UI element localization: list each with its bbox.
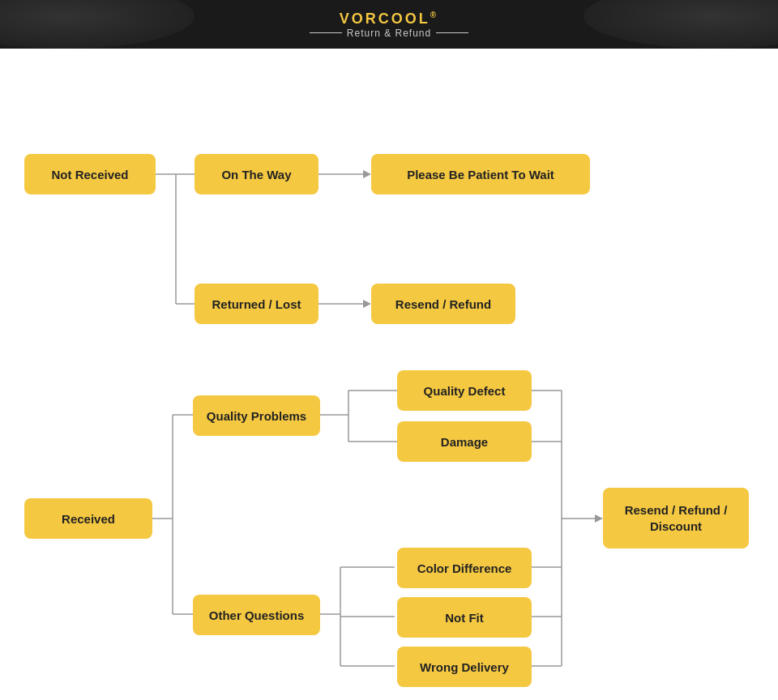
svg-marker-7	[363, 300, 371, 308]
color-difference-node: Color Difference	[397, 548, 532, 588]
on-the-way-node: On The Way	[194, 154, 318, 194]
header-subtitle: Return & Refund	[310, 28, 468, 39]
header: VORCOOL® Return & Refund	[0, 0, 778, 49]
damage-node: Damage	[397, 421, 532, 462]
svg-marker-5	[363, 170, 371, 178]
svg-marker-28	[595, 514, 603, 523]
header-center: VORCOOL® Return & Refund	[310, 11, 468, 39]
resend-refund-discount-node: Resend / Refund / Discount	[603, 488, 749, 548]
resend-refund-top-node: Resend / Refund	[371, 284, 515, 324]
header-bg-decoration-left	[0, 0, 194, 49]
header-bg-decoration-right	[584, 0, 778, 49]
brand-name: VORCOOL®	[340, 11, 438, 28]
quality-defect-node: Quality Defect	[397, 370, 532, 411]
please-be-patient-node: Please Be Patient To Wait	[371, 154, 590, 194]
not-fit-node: Not Fit	[397, 597, 532, 638]
returned-lost-node: Returned / Lost	[194, 284, 318, 324]
diagram: Not Received On The Way Please Be Patien…	[0, 49, 778, 700]
quality-problems-node: Quality Problems	[193, 395, 320, 436]
wrong-delivery-node: Wrong Delivery	[397, 647, 532, 687]
received-node: Received	[24, 498, 152, 539]
not-received-node: Not Received	[24, 154, 156, 194]
other-questions-node: Other Questions	[193, 595, 320, 635]
diagram-wrapper: Not Received On The Way Please Be Patien…	[0, 65, 778, 700]
